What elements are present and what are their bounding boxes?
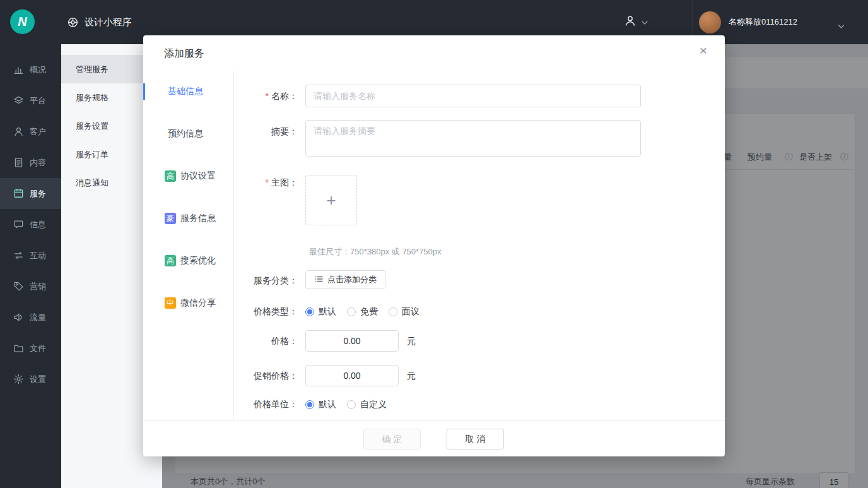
main-image-upload[interactable]: +	[305, 175, 357, 225]
price-label: 价格：	[219, 336, 298, 347]
close-icon[interactable]: ×	[700, 44, 707, 57]
price-input[interactable]	[305, 330, 399, 352]
sidebar: 概况 平台 客户 内容 服务	[0, 44, 61, 488]
sidebar-item-label: 服务	[30, 188, 46, 199]
price-unit-label: 价格单位：	[219, 399, 298, 410]
app-root: N 设计小程序 名称释放01161212	[0, 0, 868, 488]
sidebar-item-customers[interactable]: 客户	[0, 116, 61, 147]
price-type-radio-default[interactable]: 默认	[305, 306, 336, 318]
list-icon	[314, 275, 323, 285]
sidebar-item-messages[interactable]: 信息	[0, 209, 61, 240]
radio-icon	[347, 307, 356, 316]
app-title: 设计小程序	[85, 16, 132, 28]
sidebar-item-label: 设置	[30, 374, 46, 385]
price-unit: 元	[407, 336, 416, 347]
service-name-label: *名称：	[219, 91, 298, 102]
sidebar-item-services[interactable]: 服务	[0, 178, 61, 209]
services-icon	[13, 188, 24, 199]
modal-title: 添加服务	[164, 47, 204, 61]
sidebar-item-overview[interactable]: 概况	[0, 54, 61, 85]
sidebar-item-marketing[interactable]: 营销	[0, 271, 61, 302]
avatar	[699, 11, 721, 33]
sidebar-item-label: 信息	[30, 219, 46, 230]
sidebar-item-traffic[interactable]: 流量	[0, 302, 61, 333]
price-unit-radio-default[interactable]: 默认	[305, 399, 336, 410]
radio-icon	[389, 307, 397, 316]
required-asterisk: *	[266, 91, 269, 101]
submenu-item-label: 管理服务	[76, 64, 108, 75]
radio-selected-icon	[305, 400, 314, 409]
app-logo[interactable]: N	[10, 9, 35, 34]
sidebar-item-label: 互动	[30, 250, 46, 261]
sidebar-item-label: 营销	[30, 281, 46, 292]
submenu-item-label: 服务订单	[76, 149, 108, 160]
chevron-down-icon	[642, 16, 648, 28]
promo-price-label: 促销价格：	[219, 371, 298, 382]
sidebar-item-label: 流量	[30, 312, 46, 323]
confirm-button[interactable]: 确 定	[363, 429, 421, 449]
logo-letter: N	[18, 15, 26, 29]
folder-icon	[13, 343, 24, 354]
message-icon	[13, 219, 24, 230]
interaction-icon	[13, 250, 24, 261]
add-category-button[interactable]: 点击添加分类	[305, 270, 385, 289]
main-image-label: *主图：	[219, 177, 298, 189]
radio-selected-icon	[305, 307, 314, 316]
service-name-input[interactable]	[305, 85, 641, 107]
sidebar-item-label: 概况	[30, 64, 46, 76]
submenu-item-label: 消息通知	[76, 177, 108, 189]
sidebar-item-label: 平台	[30, 95, 46, 107]
service-summary-textarea[interactable]	[305, 120, 641, 157]
sidebar-item-label: 客户	[30, 126, 46, 138]
category-label: 服务分类：	[219, 275, 298, 287]
submenu-item-label: 服务设置	[76, 121, 108, 132]
required-asterisk: *	[266, 177, 269, 187]
user-icon	[623, 14, 637, 30]
price-unit-radio-group: 默认 自定义	[305, 399, 387, 410]
customer-icon	[13, 126, 24, 137]
document-icon	[13, 157, 24, 168]
submenu-item-label: 服务规格	[76, 92, 108, 104]
app-gear-icon	[67, 16, 79, 28]
price-unit-radio-custom[interactable]: 自定义	[347, 399, 387, 410]
price-type-label: 价格类型：	[219, 306, 298, 318]
sidebar-item-platform[interactable]: 平台	[0, 85, 61, 116]
sidebar-item-files[interactable]: 文件	[0, 333, 61, 364]
image-size-hint: 最佳尺寸：750*380px 或 750*750px	[309, 246, 442, 258]
overview-icon	[13, 64, 24, 75]
megaphone-icon	[13, 312, 24, 323]
sidebar-item-content[interactable]: 内容	[0, 147, 61, 178]
platform-icon	[13, 95, 24, 106]
sidebar-item-label: 内容	[30, 157, 46, 169]
modal-body: 基础信息 预约信息 高 协议设置 豪 服务信息 高 搜索优化	[143, 71, 725, 420]
sidebar-item-label: 文件	[30, 343, 46, 354]
price-type-radio-negotiable[interactable]: 面议	[389, 306, 419, 318]
cancel-button[interactable]: 取 消	[447, 429, 504, 449]
plus-icon: +	[326, 191, 336, 210]
price-type-radio-free[interactable]: 免费	[347, 306, 378, 318]
chevron-down-icon[interactable]	[838, 20, 845, 32]
price-type-radio-group: 默认 免费 面议	[305, 306, 419, 318]
sidebar-item-settings[interactable]: 设置	[0, 364, 61, 395]
sidebar-item-interaction[interactable]: 互动	[0, 240, 61, 271]
user-name: 名称释放01161212	[729, 16, 797, 28]
radio-icon	[347, 400, 356, 409]
tag-icon	[13, 281, 24, 292]
gear-icon	[13, 374, 24, 384]
add-category-label: 点击添加分类	[327, 274, 377, 285]
promo-price-input[interactable]	[305, 365, 399, 386]
promo-price-unit: 元	[407, 371, 416, 382]
service-summary-label: 摘要：	[219, 126, 298, 138]
add-service-modal: 添加服务 × 基础信息 预约信息 高 协议设置 豪 服务信息 高	[143, 35, 725, 456]
modal-form: *名称： 摘要： *主图： + 最佳尺寸：750*380px 或 750*750…	[143, 71, 725, 420]
app-switcher[interactable]: 设计小程序	[67, 0, 132, 44]
modal-footer: 确 定 取 消	[143, 420, 725, 456]
